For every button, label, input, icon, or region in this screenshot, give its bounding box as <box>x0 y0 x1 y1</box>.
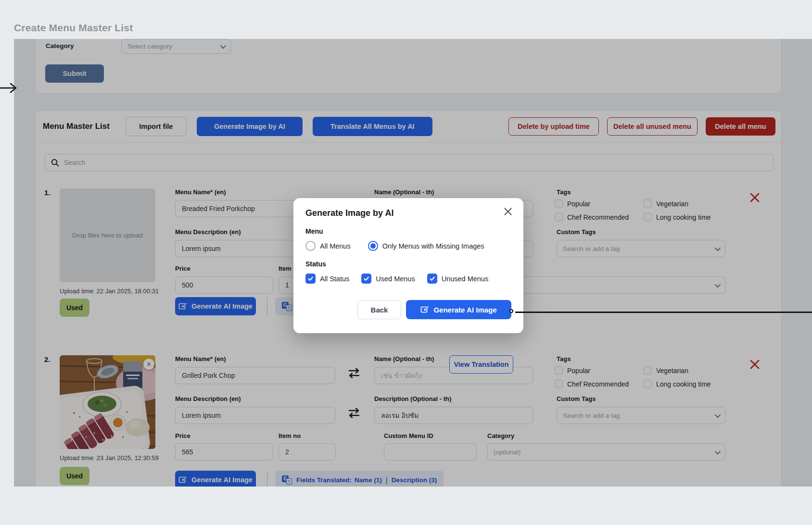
callout-line-annotation <box>515 312 812 313</box>
master-list-toolbar: Menu Master List Import file Generate Im… <box>36 111 781 143</box>
custom-tags-select[interactable]: Search or add a tag <box>557 240 725 257</box>
menu-desc-en-input[interactable] <box>175 407 335 424</box>
checkbox-label: Used Menus <box>376 275 415 283</box>
category-label: Category <box>46 42 74 50</box>
chevron-down-icon <box>715 281 721 288</box>
tag-long-cooking-time[interactable]: Long cooking time <box>644 213 711 221</box>
price-label: Price <box>175 432 190 439</box>
close-icon[interactable] <box>503 206 513 217</box>
page-title: Create Menu Master List <box>14 22 133 34</box>
menu-desc-en-label: Menu Description (en) <box>175 395 241 402</box>
generate-ai-image-row-button[interactable]: Generate AI Image <box>175 471 256 487</box>
tag-vegetarian[interactable]: Vegetarian <box>644 366 688 375</box>
tag-label: Vegetarian <box>656 200 688 208</box>
checkbox-all-status[interactable]: All Status <box>305 274 349 284</box>
checkbox-label: All Status <box>320 275 349 283</box>
submit-button[interactable]: Submit <box>45 64 104 83</box>
menu-name-en-input[interactable] <box>175 367 335 384</box>
item-no-label: Item no <box>279 432 301 439</box>
checkbox <box>644 380 652 388</box>
category-select-value: (optional) <box>494 449 520 456</box>
swap-language-icon[interactable] <box>347 407 361 419</box>
generate-ai-image-confirm-button[interactable]: Generate AI Image <box>406 300 511 319</box>
tag-label: Popular <box>567 367 590 375</box>
create-menu-card: Category Select category Submit <box>35 39 782 94</box>
category-select[interactable]: (optional) <box>487 443 725 461</box>
tag-popular[interactable]: Popular <box>555 366 590 375</box>
menu-desc-en-label: Menu Description (en) <box>175 228 241 236</box>
menu-photo <box>60 355 155 449</box>
image-plus-icon <box>178 475 187 484</box>
translated-desc-count: Description (3) <box>392 476 437 484</box>
import-file-button[interactable]: Import file <box>126 117 187 136</box>
tag-long-cooking-time[interactable]: Long cooking time <box>644 380 711 388</box>
tag-vegetarian[interactable]: Vegetarian <box>644 200 688 208</box>
item-no-input[interactable] <box>279 443 336 461</box>
button-label: Generate AI Image <box>433 306 496 314</box>
generate-image-modal: Generate Image by AI Menu All Menus Only… <box>293 198 523 333</box>
category-select-value: Select category <box>127 43 172 50</box>
master-list-title: Menu Master List <box>43 122 110 131</box>
generate-ai-image-row-button[interactable]: Generate AI Image <box>175 297 256 315</box>
image-dropzone[interactable]: Drop files here to upload <box>60 188 155 282</box>
tag-label: Chef Recommended <box>567 380 629 388</box>
category-select[interactable]: Select category <box>121 39 231 54</box>
tag-label: Popular <box>567 200 590 208</box>
status-badge: Used <box>60 467 89 485</box>
translate-all-menus-button[interactable]: Translate All Menus by AI <box>313 117 432 136</box>
tag-popular[interactable]: Popular <box>555 200 590 208</box>
tag-chef-recommended[interactable]: Chef Recommended <box>555 380 629 388</box>
custom-tags-select[interactable]: Search or add a tag <box>557 407 725 424</box>
status-section-label: Status <box>305 260 511 268</box>
delete-all-menu-button[interactable]: Delete all menu <box>706 117 775 136</box>
radio-all-menus[interactable]: All Menus <box>305 241 351 251</box>
search-placeholder: Search <box>64 159 85 166</box>
menu-name-en-label: Menu Name* (en) <box>175 355 226 362</box>
search-input[interactable]: Search <box>45 154 774 171</box>
delete-all-unused-button[interactable]: Delete all unused menu <box>607 117 698 136</box>
view-translation-button[interactable]: View Translation <box>449 355 513 374</box>
checkbox-unused-menus[interactable]: Unused Menus <box>427 274 489 284</box>
checkbox-checked-icon <box>361 274 371 284</box>
delete-row-icon[interactable] <box>749 192 761 203</box>
fields-translated-chip: G文 Fields Translated: Name (1) | Descrip… <box>275 471 444 487</box>
tag-chef-recommended[interactable]: Chef Recommended <box>555 213 629 221</box>
checkbox <box>644 366 652 375</box>
menu-row-2: 2. <box>36 355 782 487</box>
desc-th-input[interactable] <box>374 407 533 424</box>
delete-row-icon[interactable] <box>749 359 761 370</box>
translated-name-count: Name (1) <box>355 476 382 484</box>
generate-image-by-ai-button[interactable]: Generate Image by AI <box>197 117 303 136</box>
tag-label: Vegetarian <box>656 367 688 375</box>
checkbox <box>644 213 652 221</box>
checkbox <box>555 366 563 375</box>
upload-time: Upload time: 23 Jan 2025, 12:30:59 <box>60 454 159 462</box>
radio-label: All Menus <box>320 242 351 250</box>
tag-label: Long cooking time <box>656 380 711 388</box>
checkbox <box>555 380 563 388</box>
row-number: 1. <box>44 188 51 197</box>
translate-icon: G文 <box>282 475 292 485</box>
menu-section-label: Menu <box>305 227 511 235</box>
swap-language-icon[interactable] <box>347 367 361 379</box>
price-input[interactable] <box>175 443 273 461</box>
checkbox-checked-icon <box>427 274 437 284</box>
checkbox-used-menus[interactable]: Used Menus <box>361 274 415 284</box>
tags-label: Tags <box>557 355 571 362</box>
dropzone-label: Drop files here to upload <box>72 232 143 239</box>
divider <box>267 471 267 487</box>
radio-only-missing-images[interactable]: Only Menus with Missing Images <box>368 241 484 251</box>
remove-image-icon[interactable]: ✕ <box>143 359 154 370</box>
search-icon <box>51 159 59 167</box>
delete-by-upload-time-button[interactable]: Delete by upload time <box>508 117 599 136</box>
back-button[interactable]: Back <box>357 300 401 319</box>
tag-label: Chef Recommended <box>567 213 629 221</box>
modal-title: Generate Image by AI <box>305 208 511 218</box>
custom-menu-id-input[interactable] <box>384 443 477 461</box>
price-input[interactable] <box>175 276 273 294</box>
chevron-down-icon <box>220 43 227 49</box>
menu-name-en-label: Menu Name* (en) <box>175 188 226 196</box>
tag-label: Long cooking time <box>656 213 711 221</box>
name-th-label: Name (Optional - th) <box>374 188 434 196</box>
image-plus-icon <box>420 305 429 314</box>
